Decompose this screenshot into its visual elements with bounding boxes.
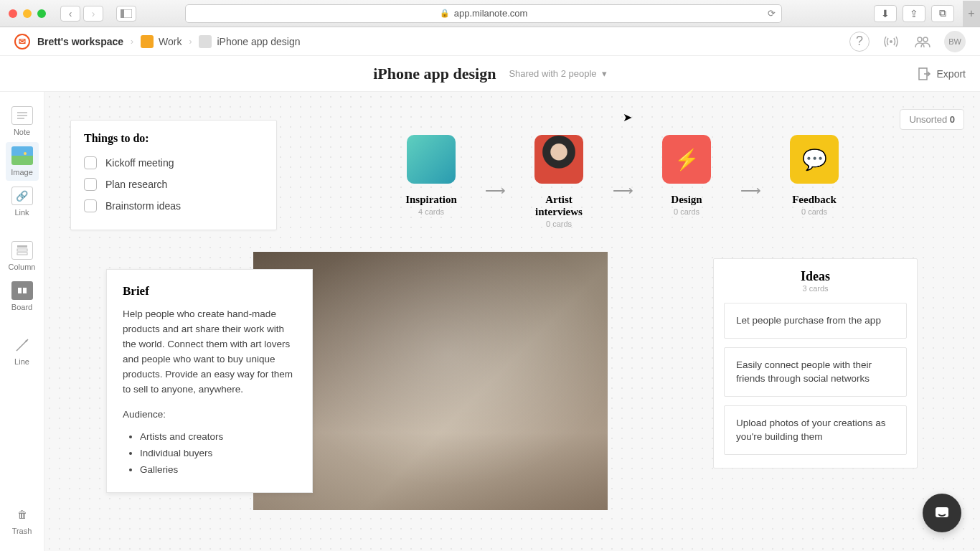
arrow-icon: ⟶: [606, 182, 640, 199]
todo-item[interactable]: Plan research: [84, 174, 263, 195]
inspiration-icon: [407, 135, 456, 184]
breadcrumb-item-current[interactable]: iPhone app design: [199, 35, 300, 48]
chevron-right-icon: ›: [131, 37, 133, 47]
board-title[interactable]: iPhone app design: [373, 65, 496, 83]
board-title-bar: iPhone app design Shared with 2 people ▾…: [0, 56, 980, 92]
board-design[interactable]: ⚡ Design 0 cards: [649, 135, 725, 216]
board-icon: [11, 281, 33, 300]
line-icon: [11, 336, 33, 354]
user-avatar[interactable]: BW: [944, 31, 966, 52]
tool-board[interactable]: Board: [6, 277, 39, 316]
folder-icon: [141, 35, 154, 48]
board-inspiration[interactable]: Inspiration 4 cards: [393, 135, 469, 216]
tool-image[interactable]: Image: [6, 142, 39, 181]
ideas-column[interactable]: Ideas 3 cards Let people purchase from t…: [713, 258, 918, 468]
idea-card[interactable]: Easily connect people with their friends…: [724, 347, 907, 397]
chat-icon: 💬: [790, 135, 839, 184]
svg-point-4: [923, 37, 928, 42]
lock-icon: 🔒: [440, 9, 450, 18]
unsorted-badge[interactable]: Unsorted 0: [900, 109, 964, 130]
breadcrumb-workspace[interactable]: Brett's workspace: [37, 36, 123, 47]
note-icon: [11, 106, 33, 125]
tool-trash[interactable]: 🗑 Trash: [6, 501, 39, 540]
ideas-title: Ideas: [724, 269, 907, 284]
audience-item: Galleries: [140, 461, 296, 478]
svg-rect-11: [17, 249, 27, 251]
brief-card[interactable]: Brief Help people who create hand-made p…: [106, 269, 313, 493]
trash-icon: 🗑: [11, 505, 33, 524]
nav-buttons: ‹ ›: [60, 6, 103, 22]
export-icon: [918, 67, 931, 80]
broadcast-icon[interactable]: [881, 32, 901, 52]
back-button[interactable]: ‹: [60, 6, 80, 22]
new-tab-button[interactable]: +: [963, 1, 980, 27]
reload-icon[interactable]: ⟳: [768, 8, 776, 19]
export-button[interactable]: Export: [918, 67, 966, 80]
image-icon: [11, 146, 33, 165]
column-icon: [11, 241, 33, 260]
svg-rect-1: [121, 9, 124, 18]
audience-item: Artists and creators: [140, 428, 296, 445]
url-text: app.milanote.com: [454, 8, 528, 19]
tool-line[interactable]: Line: [6, 331, 39, 370]
people-icon[interactable]: [913, 32, 933, 52]
chat-bubble-icon: [933, 504, 951, 522]
artist-photo-icon: [534, 135, 583, 184]
window-close-icon[interactable]: [9, 9, 17, 18]
todo-card[interactable]: Things to do: Kickoff meeting Plan resea…: [70, 120, 277, 230]
board-feedback[interactable]: 💬 Feedback 0 cards: [776, 135, 852, 216]
todo-item[interactable]: Kickoff meeting: [84, 152, 263, 174]
breadcrumb-item-work[interactable]: Work: [141, 35, 182, 48]
svg-rect-14: [23, 288, 27, 293]
audience-item: Individual buyers: [140, 445, 296, 461]
traffic-lights: [9, 9, 46, 18]
svg-point-2: [890, 40, 892, 43]
header-right: ? BW: [849, 31, 966, 52]
audience-label: Audience:: [123, 409, 296, 420]
audience-list: Artists and creators Individual buyers G…: [123, 428, 296, 478]
chevron-right-icon: ›: [189, 37, 192, 47]
checkbox-icon[interactable]: [84, 178, 97, 191]
idea-card[interactable]: Upload photos of your creations as you'r…: [724, 405, 907, 455]
tool-link[interactable]: 🔗 Link: [6, 182, 39, 221]
share-button[interactable]: ⇪: [903, 5, 925, 22]
todo-title: Things to do:: [84, 132, 263, 145]
tool-column[interactable]: Column: [6, 237, 39, 276]
shared-dropdown[interactable]: Shared with 2 people ▾: [509, 68, 606, 79]
help-icon[interactable]: ?: [849, 32, 870, 52]
svg-rect-12: [17, 253, 27, 255]
breadcrumb-bar: ✉ Brett's workspace › Work › iPhone app …: [0, 27, 980, 56]
intercom-chat-button[interactable]: [923, 494, 961, 532]
app-logo-icon[interactable]: ✉: [14, 34, 30, 50]
folder-icon: [199, 35, 212, 48]
browser-chrome: ‹ › 🔒 app.milanote.com ⟳ ⬇ ⇪ ⧉ +: [0, 0, 980, 27]
sidebar-toggle-button[interactable]: [116, 6, 136, 22]
checkbox-icon[interactable]: [84, 156, 97, 169]
arrow-icon: ⟶: [733, 182, 768, 199]
ideas-count: 3 cards: [724, 284, 907, 293]
brief-title: Brief: [123, 284, 296, 298]
left-toolbar: Note Image 🔗 Link Column Board Line 🗑 Tr…: [0, 92, 44, 551]
tabs-button[interactable]: ⧉: [931, 5, 954, 22]
window-zoom-icon[interactable]: [37, 9, 46, 18]
brief-body: Help people who create hand-made product…: [123, 307, 296, 397]
svg-point-3: [918, 37, 922, 42]
chrome-right-buttons: ⬇ ⇪ ⧉: [874, 5, 954, 22]
svg-rect-10: [17, 245, 27, 248]
forward-button[interactable]: ›: [83, 6, 103, 22]
todo-item[interactable]: Brainstorm ideas: [84, 195, 263, 217]
checkbox-icon[interactable]: [84, 199, 97, 212]
link-icon: 🔗: [11, 187, 33, 205]
tool-note[interactable]: Note: [6, 102, 39, 141]
url-bar[interactable]: 🔒 app.milanote.com ⟳: [185, 4, 782, 23]
board-artist-interviews[interactable]: Artist interviews 0 cards: [521, 135, 597, 228]
svg-rect-13: [18, 288, 22, 293]
window-minimize-icon[interactable]: [23, 9, 32, 18]
svg-point-9: [24, 152, 27, 155]
idea-card[interactable]: Let people purchase from the app: [724, 303, 907, 339]
arrow-icon: ⟶: [478, 182, 512, 199]
downloads-button[interactable]: ⬇: [874, 5, 897, 22]
flow-boards: Inspiration 4 cards ⟶ Artist interviews …: [393, 135, 852, 228]
lightning-icon: ⚡: [662, 135, 711, 184]
